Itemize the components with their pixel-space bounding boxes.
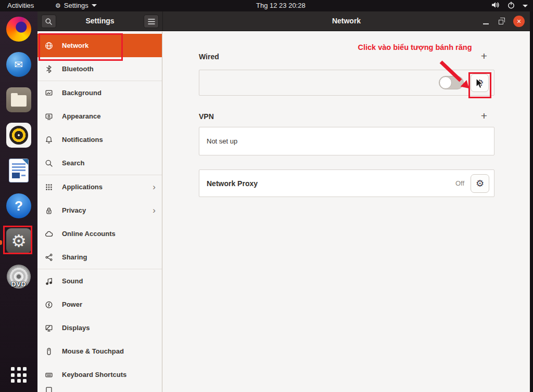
- desktop-screen: Activities ⚙ Settings Thg 12 23 20:28 ✉ …: [0, 0, 533, 392]
- power-icon: [507, 2, 515, 10]
- speaker-icon: [9, 126, 28, 145]
- sidebar-item-appearance[interactable]: Appearance: [37, 104, 162, 128]
- menu-button[interactable]: [144, 15, 159, 28]
- sidebar-item-label: Applications: [62, 183, 103, 191]
- sidebar-item-label: Bluetooth: [62, 65, 94, 73]
- appearance-icon: [43, 112, 55, 121]
- folder-icon: [11, 95, 27, 107]
- sidebar-item-mouse-touchpad[interactable]: Mouse & Touchpad: [37, 339, 162, 363]
- panel-icon: [43, 386, 55, 392]
- cloud-icon: [43, 230, 55, 238]
- document-icon: [9, 159, 28, 182]
- vpn-card[interactable]: Not set up: [199, 127, 494, 155]
- sidebar-item-online-accounts[interactable]: Online Accounts: [37, 222, 162, 245]
- vpn-heading: VPN: [199, 112, 214, 121]
- top-bar: Activities ⚙ Settings Thg 12 23 20:28: [0, 0, 533, 11]
- sidebar-item-label: Search: [62, 159, 84, 167]
- lock-icon: [43, 206, 55, 215]
- sidebar-item-label: Displays: [62, 324, 90, 332]
- sidebar-item-privacy[interactable]: Privacy ›: [37, 199, 162, 222]
- sidebar-item-label: Appearance: [62, 112, 100, 120]
- sidebar-item-background[interactable]: Background: [37, 81, 162, 104]
- minimize-button[interactable]: [483, 18, 489, 24]
- mouse-icon: [43, 347, 55, 356]
- firefox-icon[interactable]: [6, 17, 31, 42]
- libreoffice-writer-icon[interactable]: [6, 158, 31, 183]
- headerbar: Settings Network ×: [37, 11, 530, 31]
- sidebar-item-label: Notifications: [62, 136, 103, 143]
- app-menu-button[interactable]: ⚙ Settings: [55, 2, 97, 9]
- activities-button[interactable]: Activities: [7, 2, 34, 9]
- network-proxy-label: Network Proxy: [207, 179, 258, 188]
- dvd-icon[interactable]: DVD: [7, 265, 31, 289]
- chevron-right-icon: ›: [153, 206, 156, 215]
- mouse-cursor: [475, 78, 484, 90]
- window-controls: ×: [483, 11, 525, 31]
- close-icon: ×: [517, 18, 521, 25]
- rhythmbox-icon[interactable]: [6, 123, 31, 148]
- settings-window: Settings Network ×: [37, 11, 530, 392]
- sidebar-item-label: Power: [62, 300, 82, 308]
- sidebar-item-notifications[interactable]: Notifications: [37, 128, 162, 151]
- sidebar-item-label: Sound: [62, 277, 83, 285]
- hamburger-icon: [147, 18, 156, 25]
- sidebar-item-label: Keyboard Shortcuts: [62, 371, 126, 378]
- envelope-icon: ✉: [15, 58, 23, 71]
- restore-button[interactable]: [499, 20, 503, 24]
- bell-icon: [43, 136, 55, 144]
- apps-grid-icon: [43, 183, 55, 191]
- files-icon[interactable]: [6, 87, 31, 112]
- headerbar-content-section: Network ×: [163, 11, 530, 31]
- proxy-status: Off: [455, 179, 464, 187]
- sidebar-item-label: Sharing: [62, 253, 87, 261]
- share-icon: [43, 253, 55, 262]
- bluetooth-icon: [43, 65, 55, 73]
- chevron-down-icon: [523, 5, 528, 7]
- sidebar-item-applications[interactable]: Applications ›: [37, 175, 162, 199]
- sidebar-item-keyboard-shortcuts[interactable]: Keyboard Shortcuts: [37, 363, 162, 386]
- sidebar-item-label: Background: [62, 89, 101, 97]
- sidebar-item-label: Privacy: [62, 206, 86, 214]
- sidebar: Network Bluetooth Background: [37, 32, 162, 392]
- running-indicator: [0, 240, 2, 245]
- sidebar-item-label: Online Accounts: [62, 230, 116, 238]
- sidebar-item-sound[interactable]: Sound: [37, 269, 162, 293]
- chevron-right-icon: ›: [153, 182, 156, 191]
- question-mark-icon: ?: [15, 198, 23, 214]
- window-body: Network Bluetooth Background: [37, 32, 530, 392]
- annotation-arrow: [436, 58, 480, 97]
- chevron-down-icon: [92, 4, 97, 7]
- gear-icon: ⚙: [55, 3, 61, 9]
- search-icon: [43, 159, 55, 167]
- system-status-area[interactable]: [491, 0, 528, 11]
- wired-heading: Wired: [199, 53, 219, 61]
- clock[interactable]: Thg 12 23 20:28: [256, 2, 306, 9]
- gear-icon: ⚙: [476, 178, 484, 189]
- network-panel: Click vào biểu tượng bánh răng Wired + ⚙: [162, 32, 530, 392]
- show-applications-button[interactable]: [11, 367, 27, 383]
- sidebar-item-displays[interactable]: Displays: [37, 316, 162, 339]
- display-icon: [43, 324, 55, 332]
- background-icon: [43, 89, 55, 97]
- proxy-settings-gear-button[interactable]: ⚙: [471, 174, 489, 193]
- sidebar-item-partial[interactable]: [37, 386, 162, 391]
- network-proxy-row[interactable]: Network Proxy Off ⚙: [199, 169, 494, 197]
- sidebar-item-sharing[interactable]: Sharing: [37, 245, 162, 269]
- annotation-box-settings: [3, 226, 32, 254]
- thunderbird-icon[interactable]: ✉: [6, 52, 31, 77]
- headerbar-sidebar-section: Settings: [37, 11, 163, 31]
- help-icon[interactable]: ?: [6, 193, 31, 218]
- app-menu-label: Settings: [64, 2, 88, 9]
- page-title: Network: [163, 17, 530, 25]
- dock: ✉ ? ⚙ DVD: [0, 11, 37, 392]
- sidebar-item-power[interactable]: Power: [37, 293, 162, 316]
- vpn-status-text: Not set up: [207, 137, 237, 145]
- sidebar-item-search[interactable]: Search: [37, 151, 162, 175]
- annotation-box-network: [39, 33, 123, 61]
- add-vpn-button[interactable]: +: [478, 110, 490, 123]
- keyboard-icon: [43, 371, 55, 379]
- music-note-icon: [43, 277, 55, 285]
- close-button[interactable]: ×: [513, 16, 525, 27]
- dvd-label: DVD: [7, 280, 31, 288]
- sidebar-item-label: Mouse & Touchpad: [62, 347, 124, 355]
